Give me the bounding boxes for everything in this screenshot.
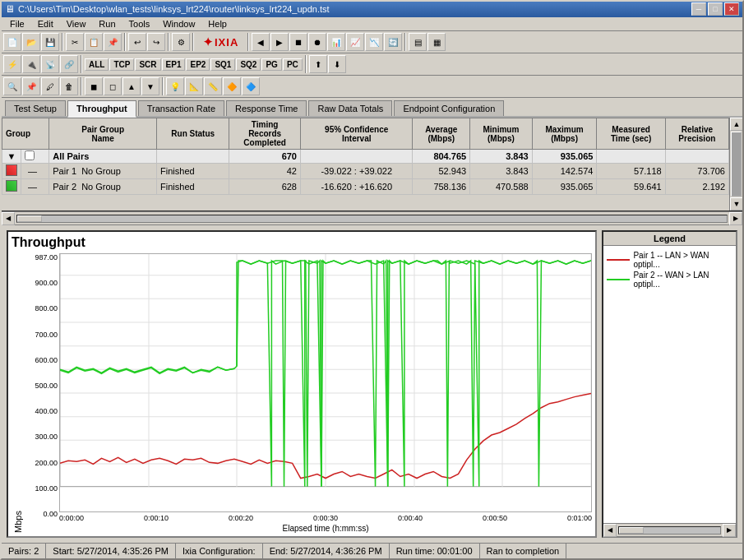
new-button[interactable]: 📄 xyxy=(3,33,21,51)
copy-button[interactable]: 📋 xyxy=(85,33,103,51)
menu-view[interactable]: View xyxy=(60,17,93,30)
tb-btn-i[interactable]: ▤ xyxy=(409,33,427,51)
pair2-max: 935.065 xyxy=(532,179,597,195)
tb-btn-h[interactable]: 🔄 xyxy=(384,33,402,51)
proto-tcp[interactable]: TCP xyxy=(109,58,134,71)
table-row: ▼ All Pairs 670 804.765 3.843 935.065 xyxy=(2,150,729,164)
all-pairs-time xyxy=(597,150,665,164)
tb2-btn-c[interactable]: 📡 xyxy=(41,55,59,73)
tab-endpoint-config[interactable]: Endpoint Configuration xyxy=(394,100,504,116)
proto-pc[interactable]: PC xyxy=(283,58,303,71)
legend-scroll-left[interactable]: ◀ xyxy=(603,524,617,537)
tb-btn-j[interactable]: ▦ xyxy=(427,33,446,51)
sep-6 xyxy=(404,33,406,51)
tb-btn-d[interactable]: ⏺ xyxy=(308,33,326,51)
tb-btn-b[interactable]: ▶ xyxy=(270,33,289,51)
tb3-btn-k[interactable]: 📏 xyxy=(204,77,222,95)
tb3-btn-i[interactable]: 💡 xyxy=(166,77,184,95)
tb-btn-f[interactable]: 📈 xyxy=(346,33,364,51)
proto-ep1[interactable]: EP1 xyxy=(162,58,186,71)
tb3-btn-g[interactable]: ▲ xyxy=(122,77,141,95)
data-table-container: Group Pair GroupName Run Status TimingRe… xyxy=(2,118,742,212)
status-end: End: 5/27/2014, 4:36:26 PM xyxy=(263,544,390,558)
menu-edit[interactable]: Edit xyxy=(31,17,60,30)
tb3-btn-l[interactable]: 🔶 xyxy=(223,77,241,95)
tb3-btn-b[interactable]: 📌 xyxy=(22,77,40,95)
expand-icon[interactable]: ▼ xyxy=(2,150,21,164)
tab-test-setup[interactable]: Test Setup xyxy=(5,100,66,116)
y-tick-400: 400.00 xyxy=(25,407,58,415)
paste-button[interactable]: 📌 xyxy=(104,33,122,51)
tb2-btn-f[interactable]: ⬇ xyxy=(328,55,346,73)
x-tick-10: 0:00:10 xyxy=(144,514,169,522)
tb3-btn-j[interactable]: 📐 xyxy=(185,77,203,95)
tb3-btn-d[interactable]: 🗑 xyxy=(60,77,78,95)
title-bar-controls: ─ □ ✕ xyxy=(691,2,739,16)
col-confidence: 95% ConfidenceInterval xyxy=(300,118,413,150)
h-scroll-right[interactable]: ▶ xyxy=(729,212,742,225)
tb2-btn-a[interactable]: ⚡ xyxy=(3,55,21,73)
y-tick-700: 700.00 xyxy=(25,331,58,339)
pair2-indent: — xyxy=(21,179,49,195)
group-check[interactable] xyxy=(25,150,35,160)
x-tick-0: 0:00:00 xyxy=(59,514,84,522)
tb-btn-c[interactable]: ⏹ xyxy=(289,33,307,51)
tb-btn-e[interactable]: 📊 xyxy=(327,33,345,51)
tb3-btn-m[interactable]: 🔷 xyxy=(242,77,260,95)
save-button[interactable]: 💾 xyxy=(41,33,59,51)
h-scroll-thumb[interactable] xyxy=(17,215,42,222)
undo-button[interactable]: ↩ xyxy=(128,33,146,51)
legend-scrollbar: ◀ ▶ xyxy=(603,523,736,536)
tb3-btn-e[interactable]: ◼ xyxy=(85,77,103,95)
x-axis-labels: 0:00:00 0:00:10 0:00:20 0:00:30 0:00:40 … xyxy=(59,512,592,522)
close-button[interactable]: ✕ xyxy=(724,2,739,16)
table-row: — Pair 2 No Group Finished 628 -16.620 :… xyxy=(2,179,729,195)
sep-3 xyxy=(168,33,169,51)
tb3-btn-a[interactable]: 🔍 xyxy=(3,77,21,95)
proto-all[interactable]: ALL xyxy=(85,58,109,71)
proto-pg[interactable]: PG xyxy=(261,58,281,71)
scroll-up-button[interactable]: ▲ xyxy=(730,118,743,131)
menu-tools[interactable]: Tools xyxy=(122,17,157,30)
legend-scroll-right[interactable]: ▶ xyxy=(723,524,736,537)
proto-sq2[interactable]: SQ2 xyxy=(236,58,261,71)
tb2-btn-d[interactable]: 🔗 xyxy=(60,55,78,73)
proto-ep2[interactable]: EP2 xyxy=(186,58,210,71)
tab-response-time[interactable]: Response Time xyxy=(226,100,307,116)
redo-button[interactable]: ↪ xyxy=(147,33,165,51)
tab-raw-data[interactable]: Raw Data Totals xyxy=(308,100,392,116)
legend-scroll-thumb[interactable] xyxy=(619,527,644,534)
maximize-button[interactable]: □ xyxy=(708,2,723,16)
table-vertical-scrollbar[interactable]: ▲ ▼ xyxy=(729,118,742,211)
list-item: Pair 2 -- WAN > LAN optipl... xyxy=(607,271,732,289)
tb3-btn-h[interactable]: ▼ xyxy=(141,77,159,95)
menu-run[interactable]: Run xyxy=(92,17,122,30)
menu-file[interactable]: File xyxy=(3,17,31,30)
tb-btn-a[interactable]: ◀ xyxy=(252,33,270,51)
tb2-btn-b[interactable]: 🔌 xyxy=(22,55,40,73)
y-tick-600: 600.00 xyxy=(25,356,58,364)
x-tick-60: 0:01:00 xyxy=(567,514,592,522)
pair1-legend-line xyxy=(607,259,630,261)
scroll-down-button[interactable]: ▼ xyxy=(730,197,743,211)
settings-btn[interactable]: ⚙ xyxy=(172,33,190,51)
pair2-name: Pair 2 No Group xyxy=(49,179,157,195)
cut-button[interactable]: ✂ xyxy=(66,33,84,51)
group-checkbox xyxy=(21,150,49,164)
proto-scr[interactable]: SCR xyxy=(135,58,160,71)
tb3-btn-c[interactable]: 🖊 xyxy=(41,77,59,95)
tb2-btn-e[interactable]: ⬆ xyxy=(309,55,327,73)
col-timing: TimingRecordsCompleted xyxy=(229,118,301,150)
y-tick-800: 800.00 xyxy=(25,304,58,312)
h-scroll-left[interactable]: ◀ xyxy=(2,212,15,225)
menu-window[interactable]: Window xyxy=(156,17,201,30)
minimize-button[interactable]: ─ xyxy=(691,2,706,16)
tab-transaction-rate[interactable]: Transaction Rate xyxy=(138,100,224,116)
menu-help[interactable]: Help xyxy=(201,17,233,30)
proto-sq1[interactable]: SQ1 xyxy=(210,58,235,71)
scroll-thumb[interactable] xyxy=(731,132,742,197)
open-button[interactable]: 📂 xyxy=(22,33,40,51)
tab-throughput[interactable]: Throughput xyxy=(67,100,136,118)
tb-btn-g[interactable]: 📉 xyxy=(365,33,383,51)
tb3-btn-f[interactable]: ◻ xyxy=(104,77,122,95)
